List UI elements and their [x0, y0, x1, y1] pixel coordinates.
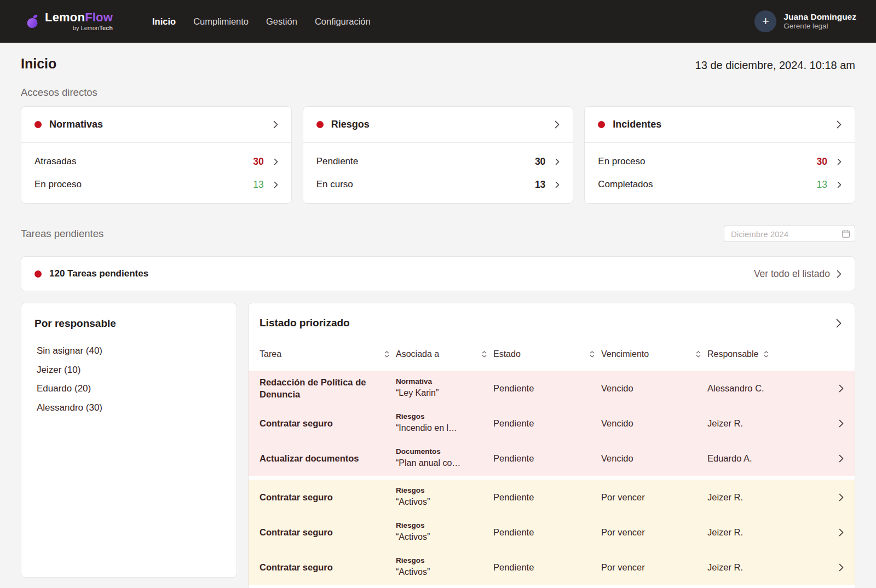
table-row[interactable]: Contratar seguro Riesgos “Incendio en l…… [249, 406, 855, 441]
responsible-item-eduardo[interactable]: Eduardo (20) [34, 379, 223, 399]
sort-icon[interactable] [590, 351, 595, 358]
chevron-right-icon [555, 120, 560, 129]
table-header-row: Tarea Asociada a Estado Vencimiento Resp… [249, 347, 855, 361]
column-label: Responsable [707, 349, 758, 359]
logo-wordmark: LemonFlow [45, 11, 113, 24]
calendar-icon[interactable] [842, 229, 850, 238]
stat-label: En curso [316, 179, 353, 190]
stat-row-en-proceso[interactable]: En proceso 13 [34, 173, 278, 196]
responsible-value: Alessandro C. [707, 383, 831, 394]
user-role: Gerente legal [783, 22, 856, 31]
associated-type: Riesgos [396, 412, 493, 422]
stat-row-atrasadas[interactable]: Atrasadas 30 [34, 150, 278, 173]
avatar-add-icon[interactable]: + [754, 10, 776, 32]
status-value: Pendiente [493, 562, 601, 573]
associated-item: Riesgos “Activos” [396, 556, 493, 578]
associated-item: Normativa “Ley Karin” [396, 377, 493, 399]
dashboard-content: Inicio 13 de diciembre, 2024. 10:18 am A… [0, 56, 876, 588]
chevron-right-icon [274, 158, 278, 165]
table-row[interactable]: Redacción de Política de Denuncia Normat… [249, 371, 855, 406]
priority-list-header[interactable]: Listado priorizado [249, 303, 855, 329]
sort-icon[interactable] [696, 351, 701, 358]
view-all-label: Ver todo el listado [754, 268, 830, 280]
column-label: Asociada a [396, 349, 439, 359]
column-header-estado[interactable]: Estado [493, 349, 601, 359]
column-header-tarea[interactable]: Tarea [260, 349, 396, 359]
nav-item-gestion[interactable]: Gestión [266, 16, 297, 27]
month-filter-input[interactable] [724, 226, 855, 242]
stat-row-pendiente[interactable]: Pendiente 30 [316, 150, 560, 173]
nav-item-inicio[interactable]: Inicio [152, 16, 176, 27]
card-incidentes: Incidentes En proceso 30 Completados 13 [584, 106, 855, 204]
priority-list-panel: Listado priorizado Tarea Asociada a Esta… [248, 303, 855, 588]
table-row[interactable]: Contratar seguro Riesgos “Activos” Pendi… [249, 480, 855, 515]
by-responsible-list: Sin asignar (40) Jeizer (10) Eduardo (20… [34, 342, 223, 417]
responsible-item-alessandro[interactable]: Alessandro (30) [34, 399, 223, 418]
task-name: Contratar seguro [260, 526, 396, 538]
user-menu[interactable]: + Juana Dominguez Gerente legal [754, 10, 856, 32]
alert-dot-icon [34, 270, 42, 278]
view-all-link[interactable]: Ver todo el listado [754, 268, 842, 280]
sort-icon[interactable] [482, 351, 487, 358]
responsible-item-sin-asignar[interactable]: Sin asignar (40) [34, 342, 223, 361]
card-normativas-header[interactable]: Normativas [21, 107, 291, 143]
associated-type: Riesgos [396, 556, 493, 566]
by-responsible-title: Por responsable [34, 318, 223, 330]
stat-value: 30 [817, 156, 827, 168]
stat-value: 30 [535, 156, 545, 168]
user-name: Juana Dominguez [783, 11, 856, 22]
responsible-value: Jeizer R. [707, 527, 831, 538]
pending-tasks-count: 120 Tareas pendientes [49, 268, 148, 279]
column-header-asociada[interactable]: Asociada a [396, 349, 493, 359]
associated-type: Riesgos [396, 521, 493, 531]
lemonflow-logo[interactable]: LemonFlow by LemonTech [25, 11, 113, 31]
responsible-item-jeizer[interactable]: Jeizer (10) [34, 361, 223, 380]
stat-label: En proceso [598, 156, 645, 167]
table-row[interactable]: Actualizar documentos Documentos “Plan a… [249, 441, 855, 476]
priority-list-title: Listado priorizado [260, 317, 350, 329]
associated-type: Riesgos [396, 486, 493, 496]
logo-byline: by LemonTech [73, 25, 113, 31]
top-navigation: LemonFlow by LemonTech Inicio Cumplimien… [0, 0, 876, 43]
main-menu: Inicio Cumplimiento Gestión Configuració… [152, 16, 371, 27]
due-value: Vencido [601, 418, 707, 429]
chevron-right-icon [836, 319, 842, 328]
associated-item: Documentos “Plan anual co… [396, 447, 493, 469]
stat-label: En proceso [34, 179, 82, 190]
task-name: Redacción de Política de Denuncia [260, 376, 396, 401]
associated-item: Riesgos “Activos” [396, 486, 493, 508]
associated-name: “Ley Karin” [396, 387, 493, 399]
stat-value: 13 [253, 179, 263, 191]
nav-item-cumplimiento[interactable]: Cumplimiento [193, 16, 249, 27]
chevron-right-icon [839, 419, 844, 428]
stat-value: 13 [535, 179, 545, 191]
column-label: Tarea [260, 349, 281, 359]
chevron-right-icon [839, 454, 844, 463]
column-header-vencimiento[interactable]: Vencimiento [601, 349, 707, 359]
task-name: Contratar seguro [260, 491, 396, 503]
table-row[interactable]: Contratar seguro Riesgos “Activos” Pendi… [249, 550, 855, 585]
status-value: Pendiente [493, 383, 601, 394]
pending-tasks-summary[interactable]: 120 Tareas pendientes Ver todo el listad… [21, 256, 855, 291]
table-row[interactable]: Contratar seguro Riesgos “Activos” Pendi… [249, 515, 855, 550]
chevron-right-icon [555, 181, 560, 188]
shortcut-cards: Normativas Atrasadas 30 En proceso 13 [21, 106, 855, 204]
stat-row-completados[interactable]: Completados 13 [598, 173, 842, 196]
sort-icon[interactable] [384, 351, 389, 358]
column-header-responsable[interactable]: Responsable [707, 349, 831, 359]
card-riesgos: Riesgos Pendiente 30 En curso 13 [303, 106, 574, 204]
stat-row-en-proceso[interactable]: En proceso 30 [598, 150, 842, 173]
current-datetime: 13 de diciembre, 2024. 10:18 am [695, 59, 855, 72]
stat-row-en-curso[interactable]: En curso 13 [316, 173, 560, 196]
column-label: Vencimiento [601, 349, 649, 359]
chevron-right-icon [837, 270, 842, 278]
due-value: Vencido [601, 383, 707, 394]
sort-icon[interactable] [764, 351, 769, 358]
card-incidentes-header[interactable]: Incidentes [585, 107, 855, 143]
nav-item-configuracion[interactable]: Configuración [315, 16, 371, 27]
chevron-right-icon [839, 528, 844, 537]
stat-label: Pendiente [316, 156, 359, 167]
card-riesgos-header[interactable]: Riesgos [303, 107, 573, 143]
due-value: Por vencer [601, 527, 707, 538]
chevron-right-icon [839, 493, 844, 501]
